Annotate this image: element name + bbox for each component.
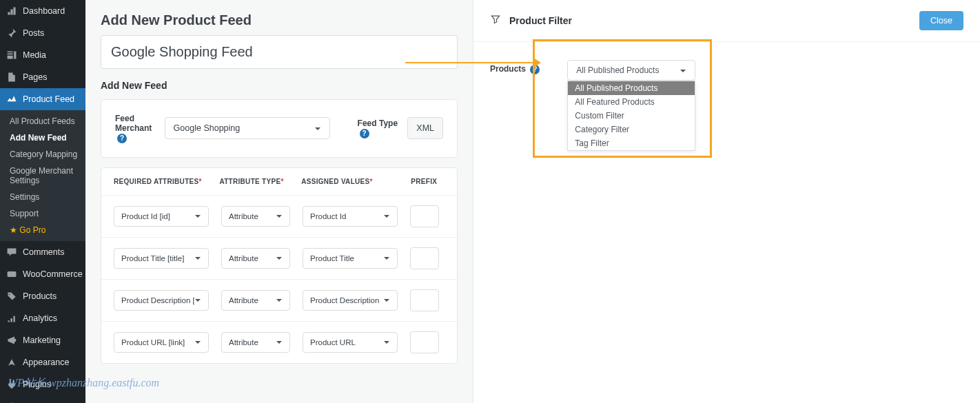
submenu-settings[interactable]: Settings [0, 189, 85, 205]
chevron-down-icon [383, 255, 390, 262]
submenu-all-feeds[interactable]: All Product Feeds [0, 113, 85, 130]
type-value: Attribute [229, 254, 258, 262]
table-header: REQUIRED ATTRIBUTES* ATTRIBUTE TYPE* ASS… [101, 168, 457, 195]
close-button[interactable]: Close [919, 11, 963, 30]
panel-header: Product Filter Close [473, 0, 980, 42]
chevron-down-icon [194, 339, 201, 346]
prefix-input[interactable] [410, 289, 439, 311]
help-icon[interactable]: ? [360, 129, 369, 138]
merchant-select[interactable]: Google Shopping [165, 117, 330, 139]
attr-value: Product Title [title] [121, 254, 184, 262]
submenu-add-new-feed[interactable]: Add New Feed [0, 130, 85, 146]
dropdown-option[interactable]: Custom Filter [568, 109, 695, 123]
help-icon[interactable]: ? [117, 134, 127, 143]
productfeed-icon [6, 93, 18, 105]
val-select[interactable]: Product Title [303, 248, 398, 269]
woo-icon [6, 268, 18, 280]
sidebar-item-label: Marketing [23, 335, 61, 345]
dropdown-option[interactable]: Tag Filter [568, 136, 695, 150]
merchant-label-text: Feed Merchant [115, 114, 152, 133]
help-icon[interactable]: ? [530, 65, 540, 74]
products-options: All Published Products All Featured Prod… [567, 81, 695, 151]
chevron-down-icon [276, 339, 283, 346]
page-title: Add New Product Feed [101, 12, 458, 28]
products-select[interactable]: All Published Products [567, 60, 695, 81]
products-label: Products ? [490, 60, 540, 74]
submenu-category-mapping[interactable]: Category Mapping [0, 146, 85, 163]
sidebar-item-dashboard[interactable]: Dashboard [0, 0, 85, 22]
type-select[interactable]: Attribute [221, 206, 290, 227]
feedtype-value: XML [407, 117, 443, 139]
product-filter-panel: Product Filter Close Products ? All Publ… [473, 0, 980, 403]
type-select[interactable]: Attribute [221, 332, 290, 353]
attr-select[interactable]: Product URL [link] [114, 332, 209, 353]
sidebar-item-appearance[interactable]: Appearance [0, 351, 85, 373]
sidebar-item-marketing[interactable]: Marketing [0, 329, 85, 351]
val-value: Product URL [310, 338, 356, 347]
plugins-icon [6, 378, 18, 391]
sidebar-item-label: Media [23, 50, 46, 60]
sidebar-item-users[interactable]: Users [0, 395, 85, 403]
sidebar-item-label: Appearance [23, 358, 69, 367]
sidebar-item-comments[interactable]: Comments [0, 241, 85, 263]
chevron-down-icon [383, 339, 390, 346]
users-icon [6, 400, 18, 403]
pin-icon [6, 27, 18, 39]
dropdown-option[interactable]: Category Filter [568, 123, 695, 136]
sidebar-item-label: Product Feed [23, 94, 74, 104]
products-icon [6, 290, 18, 302]
filter-icon [490, 14, 501, 28]
type-value: Attribute [229, 338, 258, 347]
attr-value: Product Id [id] [121, 212, 170, 220]
type-select[interactable]: Attribute [221, 290, 290, 311]
section-title: Add New Feed [101, 80, 458, 91]
feedtype-field: Feed Type ? XML [358, 117, 443, 139]
sidebar-item-products[interactable]: Products [0, 285, 85, 307]
prefix-input[interactable] [410, 331, 439, 353]
submenu-google-merchant[interactable]: Google Merchant Settings [0, 163, 85, 189]
val-select[interactable]: Product URL [303, 332, 398, 353]
table-row: Product Title [title] Attribute Product … [101, 237, 457, 279]
sidebar-item-label: Dashboard [23, 6, 65, 16]
feedtype-label: Feed Type ? [358, 118, 400, 138]
prefix-input[interactable] [410, 247, 439, 269]
comments-icon [6, 246, 18, 258]
sidebar-item-media[interactable]: Media [0, 44, 85, 66]
val-select[interactable]: Product Id [303, 206, 398, 227]
val-value: Product Id [310, 212, 346, 220]
chevron-down-icon [194, 213, 201, 220]
th-attribute-type: ATTRIBUTE TYPE* [219, 178, 301, 185]
type-value: Attribute [229, 212, 258, 220]
sidebar-item-woocommerce[interactable]: WooCommerce [0, 263, 85, 285]
feed-name-input[interactable] [101, 35, 458, 69]
dropdown-option[interactable]: All Published Products [568, 81, 695, 95]
attr-select[interactable]: Product Title [title] [114, 248, 209, 269]
sidebar-item-analytics[interactable]: Analytics [0, 307, 85, 329]
attr-select[interactable]: Product Description [de: [114, 290, 209, 311]
attr-select[interactable]: Product Id [id] [114, 206, 209, 227]
sidebar-item-posts[interactable]: Posts [0, 22, 85, 44]
th-prefix: PREFIX [404, 178, 445, 185]
table-row: Product URL [link] Attribute Product URL [101, 321, 457, 363]
pages-icon [6, 71, 18, 83]
merchant-value: Google Shopping [174, 123, 241, 133]
sidebar-item-product-feed[interactable]: Product Feed [0, 88, 85, 110]
sidebar-item-label: Products [23, 291, 57, 301]
dropdown-option[interactable]: All Featured Products [568, 95, 695, 109]
prefix-input[interactable] [410, 205, 439, 227]
submenu-go-pro[interactable]: ★ Go Pro [0, 222, 85, 238]
feed-settings-card: Feed Merchant ? Google Shopping Feed Typ… [101, 99, 458, 158]
marketing-icon [6, 334, 18, 347]
chevron-down-icon [314, 125, 321, 132]
attr-value: Product URL [link] [121, 338, 185, 347]
sidebar-submenu: All Product Feeds Add New Feed Category … [0, 110, 85, 241]
merchant-field: Feed Merchant ? Google Shopping [115, 114, 330, 143]
val-select[interactable]: Product Description [303, 290, 398, 311]
type-select[interactable]: Attribute [221, 248, 290, 269]
sidebar-item-pages[interactable]: Pages [0, 66, 85, 88]
attributes-table: REQUIRED ATTRIBUTES* ATTRIBUTE TYPE* ASS… [101, 167, 458, 364]
chevron-down-icon [194, 255, 201, 262]
submenu-support[interactable]: Support [0, 205, 85, 222]
sidebar-item-plugins[interactable]: Plugins [0, 373, 85, 395]
products-dropdown: All Published Products All Published Pro… [567, 60, 695, 81]
